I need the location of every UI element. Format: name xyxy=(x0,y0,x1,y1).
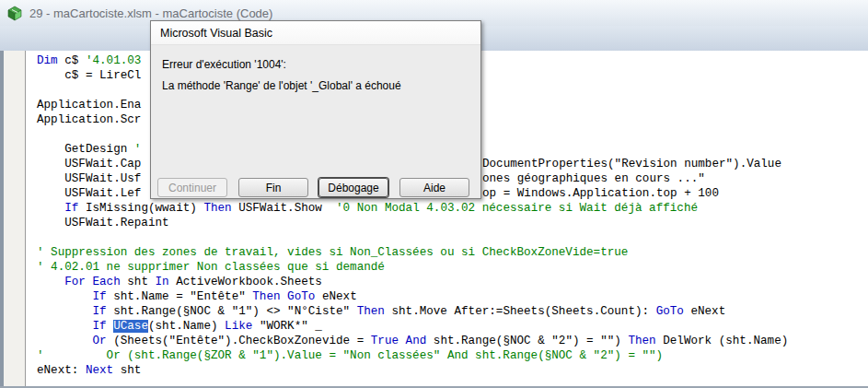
code-segment: '4.01.03 xyxy=(86,54,141,67)
selected-text: UCase xyxy=(113,320,148,333)
code-line[interactable]: If UCase(sht.Name) Like "WORK*" _ xyxy=(37,319,322,334)
continue-button[interactable]: Continuer xyxy=(157,178,227,197)
code-segment: sht xyxy=(113,364,141,377)
end-button[interactable]: Fin xyxy=(238,178,308,197)
code-segment: (sht.Name) xyxy=(148,320,225,333)
code-segment: Then xyxy=(357,305,385,318)
code-segment: Or xyxy=(92,335,106,347)
code-segment: Application.Ena xyxy=(37,99,141,112)
code-segment xyxy=(37,335,92,347)
help-button[interactable]: Aide xyxy=(399,178,469,197)
code-line[interactable]: If sht.Name = "Entête" Then GoTo eNext xyxy=(37,289,357,304)
code-segment: DelWork (sht.Name) xyxy=(656,335,789,347)
code-segment: Dim xyxy=(37,54,58,67)
error-code-text: Erreur d'exécution '1004': xyxy=(162,58,286,71)
code-segment xyxy=(37,276,64,288)
code-segment: USFWait.Repaint xyxy=(37,217,169,229)
code-line[interactable]: GetDesign ' xyxy=(37,142,141,157)
debug-button[interactable]: Débogage xyxy=(318,178,388,197)
code-segment: Like xyxy=(225,320,252,333)
code-segment: USFWait.Usf xyxy=(37,172,141,185)
code-segment: c$ = LireCl xyxy=(37,69,141,82)
code-segment: DocumentProperties("Revision number").Va… xyxy=(482,157,781,171)
code-line[interactable]: USFWait.Repaint xyxy=(37,216,169,230)
code-segment: If xyxy=(64,202,78,215)
code-segment: USFWait.Show xyxy=(232,202,336,215)
code-line[interactable]: Application.Scr xyxy=(37,112,141,127)
code-line[interactable]: If sht.Range(§NOC & "1") <> "N°Ciste" Th… xyxy=(37,304,725,319)
code-segment: ' Or (sht.Range(§ZOR & "1").Value = "Non… xyxy=(37,349,663,362)
code-segment: GoTo xyxy=(656,305,684,318)
code-segment: eNext: xyxy=(37,364,86,377)
code-segment: Next xyxy=(86,364,113,377)
code-segment: Then xyxy=(252,290,280,303)
vba-project-icon xyxy=(6,4,24,22)
code-segment: USFWait.Cap xyxy=(37,158,141,170)
code-line[interactable]: ' Suppression des zones de travail, vide… xyxy=(37,245,628,260)
code-segment: If xyxy=(92,320,106,333)
code-line[interactable]: Application.Ena xyxy=(37,98,141,112)
code-segment: And xyxy=(406,335,427,347)
code-segment: For Each xyxy=(64,276,120,288)
code-segment: Application.Scr xyxy=(37,113,141,126)
code-line[interactable]: If IsMissing(wwait) Then USFWait.Show '0… xyxy=(37,201,698,216)
code-segment xyxy=(37,320,92,333)
code-line[interactable]: ' Or (sht.Range(§ZOR & "1").Value = "Non… xyxy=(37,348,663,363)
code-line[interactable]: ' 4.02.01 ne supprimer Non classées que … xyxy=(37,260,385,275)
code-line[interactable]: USFWait.CapDocumentProperties("Revision … xyxy=(37,157,141,171)
code-line[interactable]: For Each sht In ActiveWorkbook.Sheets xyxy=(37,275,322,289)
code-line[interactable]: eNext: Next sht xyxy=(37,363,141,378)
code-segment: ' 4.02.01 ne supprimer Non classées que … xyxy=(37,261,385,274)
code-segment: ' xyxy=(134,143,142,156)
code-line[interactable]: c$ = LireCl xyxy=(37,68,141,83)
runtime-error-dialog[interactable]: Microsoft Visual Basic Erreur d'exécutio… xyxy=(150,20,481,199)
code-segment: ones géographiques en cours ..." xyxy=(482,171,705,186)
code-line[interactable]: USFWait.Lefop = Windows.Application.top … xyxy=(37,186,141,201)
error-description-text: La méthode 'Range' de l'objet '_Global' … xyxy=(162,79,401,92)
code-segment: sht xyxy=(121,276,156,288)
code-segment: sht.Range(§NOC & "1") <> "N°Ciste" xyxy=(107,305,357,318)
code-segment: USFWait.Lef xyxy=(37,187,141,200)
code-segment: True xyxy=(371,335,399,347)
code-segment: Then xyxy=(628,335,655,347)
code-segment: (Sheets("Entête").CheckBoxZonevide = xyxy=(107,335,371,347)
code-segment: ActiveWorkbook.Sheets xyxy=(169,276,322,288)
code-segment: In xyxy=(156,276,169,288)
code-segment xyxy=(281,290,288,303)
code-segment: If xyxy=(92,305,106,318)
code-line[interactable]: Or (Sheets("Entête").CheckBoxZonevide = … xyxy=(37,334,788,348)
code-segment: IsMissing(wwait) xyxy=(78,202,203,215)
code-segment: Then xyxy=(203,202,231,215)
code-segment: op = Windows.Application.top + 100 xyxy=(482,186,719,201)
code-segment: ' Suppression des zones de travail, vide… xyxy=(37,246,628,259)
code-segment: sht.Move After:=Sheets(Sheets.Count): xyxy=(385,305,656,318)
code-segment: If xyxy=(92,290,106,303)
code-segment xyxy=(399,335,406,347)
code-segment: GetDesign xyxy=(37,143,134,156)
code-segment: sht.Name = "Entête" xyxy=(107,290,253,303)
code-segment: eNext xyxy=(684,305,725,318)
window-title: 29 - maCartociste.xlsm - maCartociste (C… xyxy=(29,6,272,20)
dialog-title: Microsoft Visual Basic xyxy=(160,27,272,40)
code-segment: '0 Non Modal 4.03.02 nécessaire si Wait … xyxy=(336,202,698,215)
dialog-titlebar[interactable]: Microsoft Visual Basic xyxy=(151,21,480,45)
code-segment xyxy=(37,202,64,215)
code-segment: "WORK*" _ xyxy=(252,320,322,333)
code-line[interactable]: Dim c$ '4.01.03 xyxy=(37,53,141,68)
code-segment: sht.Range(§NOC & "2") = "") xyxy=(426,335,628,347)
code-segment: c$ xyxy=(58,54,86,67)
code-segment: eNext xyxy=(315,290,356,303)
code-segment xyxy=(37,290,92,303)
code-line[interactable]: USFWait.Usfones géographiques en cours .… xyxy=(37,171,141,186)
code-segment: GoTo xyxy=(287,290,315,303)
code-segment xyxy=(37,305,92,318)
